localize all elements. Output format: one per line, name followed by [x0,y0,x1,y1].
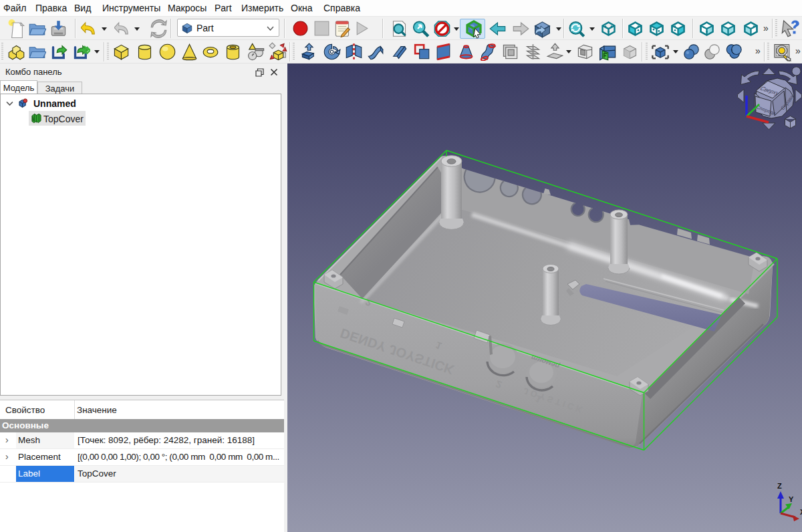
svg-text:Z: Z [777,482,782,490]
svg-text:Y: Y [789,495,794,503]
